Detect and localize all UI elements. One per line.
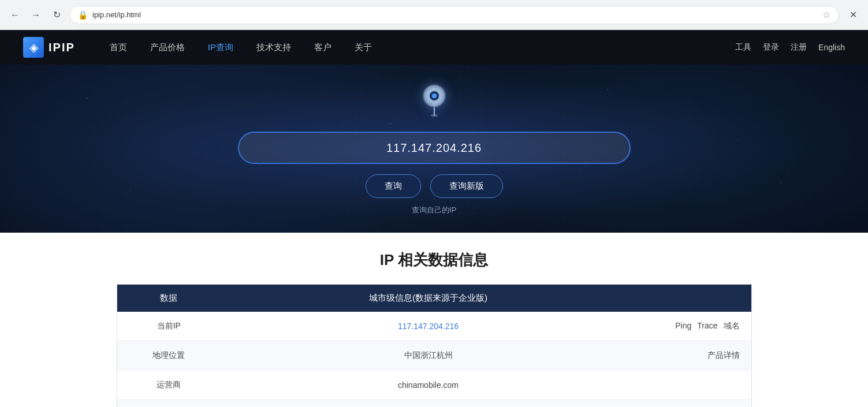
- row-value: 中国浙江杭州: [221, 341, 636, 371]
- nav-clients[interactable]: 客户: [314, 42, 331, 53]
- search-bar: [238, 132, 631, 164]
- table-row: 地理位置中国浙江杭州产品详情: [117, 341, 751, 371]
- col-data-header: 数据: [117, 285, 221, 312]
- nav-right: 工具 登录 注册 English: [735, 42, 845, 53]
- nav-english[interactable]: English: [818, 43, 845, 52]
- close-button[interactable]: ✕: [845, 7, 861, 23]
- query-button[interactable]: 查询: [366, 174, 421, 198]
- logo-icon: [23, 37, 44, 58]
- self-ip-link[interactable]: 查询自己的IP: [412, 205, 456, 215]
- row-actions: [636, 371, 751, 400]
- logo-text: IPIP: [49, 41, 75, 54]
- row-value: 移动: [221, 400, 636, 408]
- bookmark-icon[interactable]: ☆: [822, 9, 830, 20]
- lock-icon: 🔒: [78, 10, 88, 20]
- row-actions: 产品详情: [636, 341, 751, 371]
- address-bar[interactable]: 🔒 ipip.net/ip.html ☆: [69, 6, 839, 24]
- address-text: ipip.net/ip.html: [92, 10, 141, 19]
- action-域名[interactable]: 域名: [724, 321, 740, 330]
- search-buttons: 查询 查询新版: [366, 174, 503, 198]
- nav-about[interactable]: 关于: [355, 42, 372, 53]
- table-row: 运营商chinamobile.com: [117, 371, 751, 400]
- nav-register[interactable]: 注册: [791, 42, 807, 53]
- reload-button[interactable]: ↻: [49, 7, 65, 23]
- svg-point-4: [432, 94, 437, 98]
- table-row: 线路移动: [117, 400, 751, 408]
- pin-icon: [420, 82, 448, 122]
- action-Ping[interactable]: Ping: [675, 321, 691, 330]
- row-value[interactable]: 117.147.204.216: [221, 312, 636, 341]
- row-label: 线路: [117, 400, 221, 408]
- table-header: 数据 城市级信息(数据来源于企业版): [117, 285, 751, 312]
- logo[interactable]: IPIP: [23, 37, 75, 58]
- row-value: chinamobile.com: [221, 371, 636, 400]
- svg-point-7: [431, 114, 438, 117]
- nav-tools[interactable]: 工具: [735, 42, 751, 53]
- col-info-header: 城市级信息(数据来源于企业版): [221, 285, 636, 312]
- row-label: 当前IP: [117, 312, 221, 341]
- row-actions: PingTrace域名: [636, 312, 751, 341]
- forward-button[interactable]: →: [28, 7, 44, 23]
- nav-ip-query[interactable]: IP查询: [208, 42, 233, 53]
- row-label: 运营商: [117, 371, 221, 400]
- row-label: 地理位置: [117, 341, 221, 371]
- table-body: 当前IP117.147.204.216PingTrace域名地理位置中国浙江杭州…: [117, 312, 751, 407]
- section-title: IP 相关数据信息: [23, 250, 845, 270]
- browser-tabs: ← → ↻ 🔒 ipip.net/ip.html ☆: [7, 6, 839, 24]
- query-new-button[interactable]: 查询新版: [430, 174, 503, 198]
- hero-section: 查询 查询新版 查询自己的IP: [0, 65, 868, 233]
- action-Trace[interactable]: Trace: [697, 321, 717, 330]
- navbar: IPIP 首页 产品价格 IP查询 技术支持 客户 关于 工具 登录 注册 En…: [0, 30, 868, 65]
- nav-price[interactable]: 产品价格: [150, 42, 185, 53]
- data-table: 数据 城市级信息(数据来源于企业版) 当前IP117.147.204.216Pi…: [117, 284, 752, 407]
- ip-search-input[interactable]: [238, 132, 631, 164]
- table-row: 当前IP117.147.204.216PingTrace域名: [117, 312, 751, 341]
- main-content: IP 相关数据信息 数据 城市级信息(数据来源于企业版) 当前IP117.147…: [0, 233, 868, 407]
- action-产品详情[interactable]: 产品详情: [707, 350, 740, 360]
- browser-chrome: ← → ↻ 🔒 ipip.net/ip.html ☆ ✕: [0, 0, 868, 30]
- nav-login[interactable]: 登录: [763, 42, 779, 53]
- nav-home[interactable]: 首页: [110, 42, 127, 53]
- row-actions: [636, 400, 751, 408]
- back-button[interactable]: ←: [7, 7, 23, 23]
- nav-tech[interactable]: 技术支持: [256, 42, 291, 53]
- col-actions-header: [636, 285, 751, 312]
